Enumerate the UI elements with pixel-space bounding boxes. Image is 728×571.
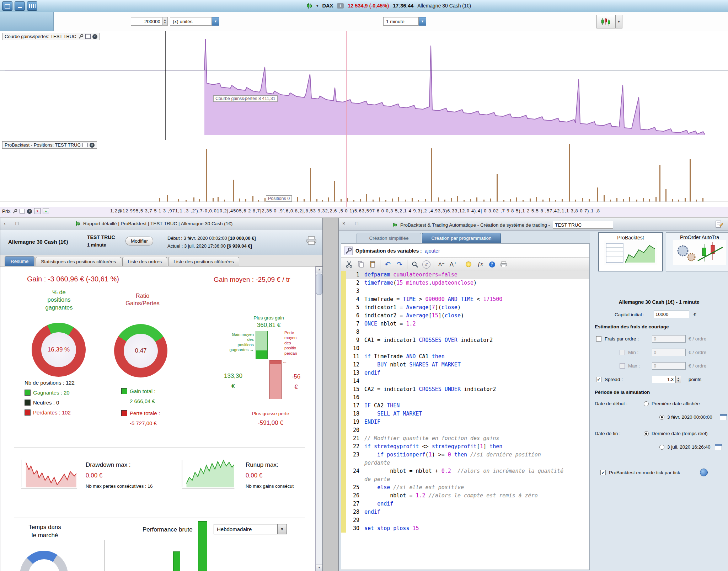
positions-chart[interactable] <box>0 140 728 207</box>
fin-derniere-radio[interactable] <box>644 431 649 436</box>
capital-input[interactable] <box>654 311 689 318</box>
code-line[interactable]: 23 if positionperf(1) >= 0 then //si der… <box>341 451 589 467</box>
debut-date-radio[interactable] <box>659 415 664 420</box>
code-line[interactable]: 26 nblot = 1.2 //alors le compte est rem… <box>341 492 589 500</box>
spread-input[interactable] <box>652 376 675 383</box>
positions-panel-tab[interactable]: ProBacktest - Positions: TEST TRUC × <box>2 141 97 149</box>
tab-liste-ordres[interactable]: Liste des ordres <box>122 257 167 266</box>
perf-period-arrow[interactable]: ▼ <box>278 524 287 534</box>
close-icon[interactable]: × <box>92 34 97 39</box>
code-line[interactable]: 22if strategyprofit <> strategyprofit[1]… <box>341 443 589 451</box>
equity-panel-tab[interactable]: Courbe gains&pertes: TEST TRUC × <box>2 33 100 40</box>
redo-icon[interactable]: ↷ <box>395 260 404 269</box>
frais-checkbox[interactable] <box>596 336 601 342</box>
stepper-down-icon[interactable]: ▼ <box>677 380 680 382</box>
perf-period-select[interactable]: Hebdomadaire <box>214 524 278 534</box>
symbol-caret-icon[interactable]: ▾ <box>316 4 318 8</box>
cut-icon[interactable] <box>345 260 353 269</box>
tab-resume[interactable]: Résumé <box>5 256 34 266</box>
info-icon[interactable]: i <box>337 3 344 9</box>
code-line[interactable]: 5indicator1 = Average[7](close) <box>341 303 589 312</box>
scroll-thumb[interactable] <box>316 274 322 295</box>
code-line[interactable]: 2timeframe(15 minutes,updateonclose) <box>341 279 589 287</box>
spread-checkbox[interactable]: ✔ <box>596 377 601 382</box>
detach-window-icon[interactable] <box>85 34 91 39</box>
tab-liste-positions[interactable]: Liste des positions clôturées <box>168 257 239 266</box>
donut-ratio[interactable]: 0,47 <box>114 324 167 377</box>
code-line[interactable]: 24 nblot = nblot + 0.2 //alors on incrém… <box>341 467 589 483</box>
stepper-up-icon[interactable]: ▲ <box>677 377 680 380</box>
code-line[interactable]: 1defparam cumulateorders=false <box>341 271 589 279</box>
editor-titlebar[interactable]: × ‒ □ ProBacktest & Trading Automatique … <box>339 218 728 231</box>
donut-pct-gagnantes[interactable]: 16,39 % <box>32 323 86 377</box>
hint-lightbulb-icon[interactable] <box>464 260 473 269</box>
scroll-up-button[interactable]: ▲ <box>316 266 323 273</box>
edit-document-icon[interactable] <box>715 220 723 228</box>
code-line[interactable]: 9CA1 = indicator1 CROSSES OVER indicator… <box>341 336 589 344</box>
code-line[interactable]: 21// Modifier quantite en fonction des g… <box>341 434 589 443</box>
stepper-up-icon[interactable]: ▲ <box>164 18 166 21</box>
code-line[interactable]: 30set stop ploss 15 <box>341 524 589 533</box>
calendar-icon[interactable] <box>720 414 727 420</box>
window-maximize-control[interactable]: □ <box>355 221 358 226</box>
min-checkbox[interactable] <box>620 350 625 355</box>
report-scrollbar[interactable]: ▲ ▼ <box>315 266 322 571</box>
detach-window-icon[interactable] <box>20 209 25 213</box>
window-menu-button[interactable] <box>2 1 12 11</box>
timeframe-select[interactable]: 1 minute <box>383 17 419 26</box>
code-line[interactable]: 25 else //si elle est positive <box>341 483 589 492</box>
copy-icon[interactable] <box>357 260 365 269</box>
code-line[interactable]: 14 <box>341 377 589 385</box>
wrench-icon[interactable] <box>12 209 17 214</box>
system-name-input[interactable] <box>553 221 613 229</box>
sell-arrow-icon[interactable]: ▼ <box>34 208 41 214</box>
quantity-input[interactable] <box>131 17 162 26</box>
detach-window-icon[interactable] <box>82 143 88 147</box>
fin-date-radio[interactable] <box>659 445 664 450</box>
insert-function-icon[interactable]: ƒx <box>476 260 485 269</box>
calendar-icon[interactable] <box>715 444 722 450</box>
tab-proorder[interactable]: ProOrder AutoTra <box>666 232 728 271</box>
code-line[interactable]: 13endif <box>341 369 589 377</box>
code-area[interactable]: 1defparam cumulateorders=false2timeframe… <box>341 271 589 570</box>
stepper-down-icon[interactable]: ▼ <box>164 21 166 24</box>
search-icon[interactable] <box>411 260 419 269</box>
window-close-control[interactable]: × <box>342 221 345 226</box>
code-line[interactable]: 11if TimeTrade AND CA1 then <box>341 353 589 361</box>
tab-statistiques[interactable]: Statistiques des positions clôturées <box>36 257 121 266</box>
paste-icon[interactable] <box>368 260 377 269</box>
frais-input[interactable] <box>652 335 686 343</box>
max-input[interactable] <box>652 362 686 370</box>
close-icon[interactable]: × <box>27 209 32 214</box>
window-minimize-control[interactable]: ‒ <box>349 221 352 226</box>
equity-curve-chart[interactable] <box>0 31 728 140</box>
code-line[interactable]: 20 <box>341 426 589 434</box>
modify-button[interactable]: Modifier <box>125 237 153 245</box>
window-minimize-control[interactable]: ‒ <box>9 221 12 226</box>
add-variable-link[interactable]: ajouter <box>425 248 440 254</box>
debut-premiere-radio[interactable] <box>644 401 649 406</box>
print-icon[interactable] <box>306 236 317 245</box>
minimize-button[interactable] <box>15 1 25 11</box>
keyboard-button[interactable] <box>27 1 37 11</box>
print-icon[interactable] <box>499 260 508 269</box>
code-line[interactable]: 16 <box>341 393 589 402</box>
timeframe-select-arrow[interactable]: ▼ <box>419 17 426 26</box>
code-line[interactable]: 28endif <box>341 508 589 516</box>
chart-type-dropdown[interactable]: ▼ <box>616 15 622 28</box>
max-checkbox[interactable] <box>620 363 625 369</box>
code-line[interactable]: 27 endif <box>341 500 589 508</box>
window-close-control[interactable]: ‹ <box>4 221 6 226</box>
wrench-icon[interactable] <box>78 34 84 39</box>
unit-select-arrow[interactable]: ▼ <box>212 17 219 26</box>
tab-probacktest[interactable]: ProBacktest <box>598 232 663 271</box>
font-larger-icon[interactable]: A⁺ <box>449 260 457 269</box>
report-titlebar[interactable]: ‹ ‒ □ Rapport détaillé | ProBacktest | T… <box>0 218 322 231</box>
code-line[interactable]: 15CA2 = indicator1 CROSSES UNDER indicat… <box>341 385 589 393</box>
undo-icon[interactable]: ↶ <box>384 260 392 269</box>
code-line[interactable]: 17IF CA2 THEN <box>341 402 589 410</box>
chart-type-button[interactable] <box>596 15 616 28</box>
scroll-down-button[interactable]: ▼ <box>316 565 323 571</box>
code-line[interactable]: 4TimeTrade = TIME > 090000 AND TIME < 17… <box>341 295 589 303</box>
code-line[interactable]: 7ONCE nblot = 1.2 <box>341 320 589 328</box>
